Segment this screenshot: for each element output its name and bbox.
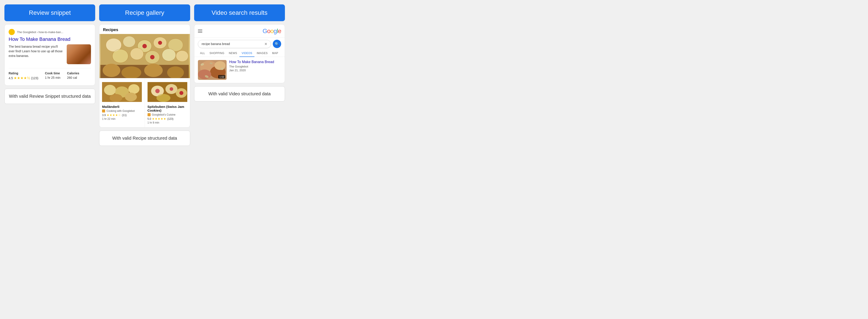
- stat-cooktime: Cook time 1 hr 25 min: [45, 71, 61, 80]
- review-body: The Googlebot › how-to-make-ban... How T…: [4, 24, 95, 85]
- svg-point-13: [150, 55, 155, 59]
- svg-point-16: [162, 49, 176, 61]
- video-header: Video search results: [194, 4, 285, 21]
- svg-point-42: [198, 70, 211, 79]
- recipe-author-icon-1: [102, 109, 105, 112]
- review-header-text: Review snippet: [29, 9, 71, 16]
- google-e: e: [278, 28, 281, 34]
- stat-rating: Rating 4.5 ★★★★½ (123): [9, 71, 38, 80]
- recipe-author-icon-2: [148, 113, 151, 116]
- review-site-row: The Googlebot › how-to-make-ban...: [9, 29, 91, 35]
- svg-point-10: [176, 50, 188, 62]
- recipe-card-1-rating: 3.9 ★★★★☆ (11): [102, 113, 142, 117]
- rating-number: 4.5: [9, 76, 13, 80]
- svg-point-11: [143, 44, 147, 48]
- recipe-card-2-rating-value: 5.0: [148, 117, 151, 120]
- review-image-inner: [67, 44, 91, 64]
- review-content-row: The best banana bread recipe you'll ever…: [9, 44, 91, 64]
- recipe-footer-text: With valid Recipe structured data: [112, 136, 177, 141]
- tab-images[interactable]: IMAGES: [254, 50, 270, 57]
- recipe-card-2[interactable]: Spitzbuben (Swiss Jam Cookies) Googlebot…: [145, 78, 190, 127]
- cooktime-label: Cook time: [45, 71, 61, 75]
- search-clear-icon[interactable]: ✕: [265, 42, 267, 46]
- svg-point-14: [106, 38, 122, 51]
- recipe-card-image-1: [102, 81, 142, 103]
- rating-label: Rating: [9, 71, 38, 75]
- recipe-card-1[interactable]: Mailänderli Cooking with Googlebot 3.9 ★…: [99, 78, 145, 127]
- recipe-card-2-rating: 5.0 ★★★★★ (123): [148, 117, 187, 120]
- cooktime-value: 1 hr 25 min: [45, 76, 61, 79]
- tab-shopping[interactable]: SHOPPING: [207, 50, 227, 57]
- svg-point-18: [103, 64, 120, 77]
- video-result[interactable]: 1:02 How To Make Banana Bread The Google…: [194, 57, 285, 83]
- recipe-card-1-rating-count: (11): [122, 114, 127, 117]
- svg-point-35: [179, 91, 183, 95]
- google-o1: o: [267, 28, 270, 34]
- video-channel: The Googlebot: [229, 65, 281, 68]
- recipe-card-1-author: Cooking with Googlebot: [106, 109, 134, 112]
- review-title[interactable]: How To Make Banana Bread: [9, 36, 91, 42]
- video-body: Google recipe banana bread ✕ 🔍 ALL SHOPP…: [194, 24, 285, 83]
- svg-point-12: [158, 41, 162, 45]
- video-footer: With valid Video structured data: [194, 86, 285, 102]
- review-header: Review snippet: [4, 4, 95, 21]
- svg-point-15: [123, 36, 135, 47]
- recipe-card-1-title: Mailänderli: [102, 105, 142, 109]
- review-image: [67, 44, 91, 64]
- review-stats: Rating 4.5 ★★★★½ (123) Cook time 1 hr 25…: [9, 68, 91, 80]
- svg-point-37: [151, 85, 164, 96]
- search-bar-text: recipe banana bread: [202, 42, 230, 46]
- recipe-card-2-rating-count: (123): [167, 117, 174, 120]
- recipe-panel: Recipe gallery Recipes: [99, 4, 190, 146]
- hamburger-line-2: [198, 31, 202, 31]
- video-date: Jan 21, 2020: [229, 69, 281, 72]
- review-footer: With valid Review Snippet structured dat…: [4, 89, 95, 104]
- video-footer-text: With valid Video structured data: [208, 91, 271, 96]
- search-bar[interactable]: recipe banana bread ✕: [198, 40, 271, 48]
- tab-news[interactable]: NEWS: [227, 50, 240, 57]
- hamburger-icon[interactable]: [198, 30, 202, 33]
- recipe-card-1-stars: ★★★★☆: [107, 113, 121, 117]
- recipe-body: Recipes: [99, 24, 190, 128]
- review-footer-text: With valid Review Snippet structured dat…: [9, 94, 91, 99]
- video-panel: Video search results Google recipe banan…: [194, 4, 285, 102]
- calories-label: Calories: [67, 71, 79, 75]
- calories-value: 260 cal: [67, 76, 79, 79]
- google-logo: Google: [262, 28, 281, 35]
- tab-maps[interactable]: MAP: [270, 50, 280, 57]
- recipe-cards-row: Mailänderli Cooking with Googlebot 3.9 ★…: [99, 78, 190, 127]
- video-info: How To Make Banana Bread The Googlebot J…: [229, 60, 281, 72]
- review-panel: Review snippet The Googlebot › how-to-ma…: [4, 4, 95, 104]
- review-favicon: [9, 29, 15, 35]
- recipes-label: Recipes: [99, 25, 190, 34]
- recipe-card-1-rating-value: 3.9: [102, 114, 106, 117]
- recipe-card-image-2: [148, 81, 187, 103]
- video-header-text: Video search results: [212, 9, 268, 16]
- hamburger-line-3: [198, 32, 202, 33]
- rating-stars: ★★★★½: [14, 76, 30, 80]
- recipe-card-1-time: 1 hr 22 min: [102, 117, 142, 120]
- tab-all[interactable]: ALL: [198, 50, 207, 57]
- svg-point-38: [165, 84, 177, 94]
- google-g: G: [262, 28, 267, 34]
- svg-point-20: [144, 64, 163, 77]
- google-g2: g: [274, 28, 277, 34]
- review-site-text: The Googlebot › how-to-make-ban...: [17, 30, 63, 34]
- video-duration: 1:02: [218, 75, 225, 78]
- google-o2: o: [270, 28, 274, 34]
- svg-point-26: [110, 94, 123, 102]
- stat-calories: Calories 260 cal: [67, 71, 79, 80]
- recipe-card-2-author: Googlebot's Cuisine: [152, 113, 176, 116]
- recipe-header-text: Recipe gallery: [125, 9, 164, 16]
- search-button[interactable]: 🔍: [273, 40, 281, 48]
- video-tabs: ALL SHOPPING NEWS VIDEOS IMAGES MAP: [194, 48, 285, 57]
- video-title[interactable]: How To Make Banana Bread: [229, 60, 281, 64]
- search-bar-row: recipe banana bread ✕ 🔍: [194, 37, 285, 48]
- video-thumbnail: 1:02: [198, 60, 227, 80]
- main-container: Review snippet The Googlebot › how-to-ma…: [4, 4, 285, 146]
- recipe-card-2-author-row: Googlebot's Cuisine: [148, 113, 187, 116]
- tab-videos[interactable]: VIDEOS: [240, 50, 254, 57]
- rating-value: 4.5 ★★★★½ (123): [9, 76, 38, 80]
- recipe-main-image: [99, 34, 190, 78]
- recipe-header: Recipe gallery: [99, 4, 190, 21]
